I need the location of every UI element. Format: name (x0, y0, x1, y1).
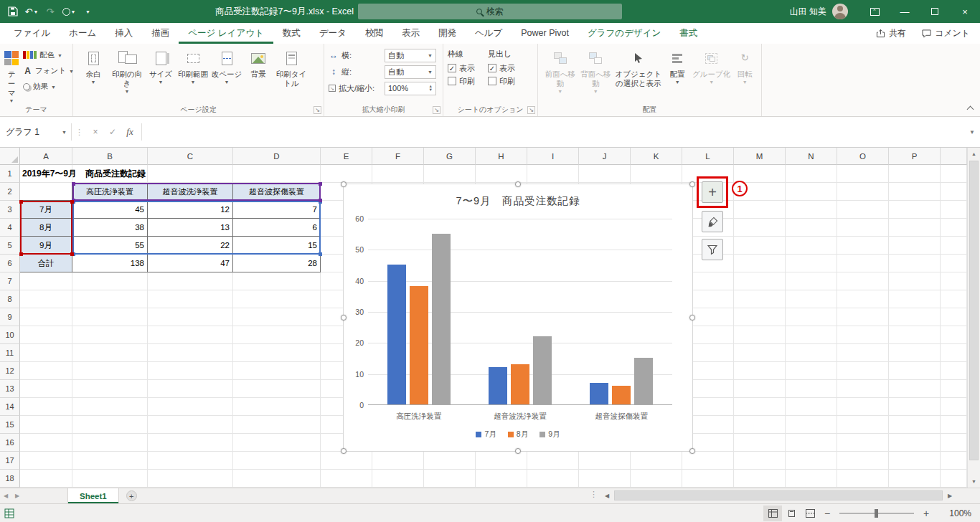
resize-handle[interactable] (689, 181, 695, 187)
headings-view-option[interactable]: ✓表示 (488, 62, 528, 74)
send-backward-button[interactable]: 背面へ移動▼ (578, 47, 614, 95)
width-dropdown[interactable]: 自動▼ (385, 49, 436, 62)
insert-function-button[interactable]: fx (121, 123, 138, 141)
cell-value[interactable]: 6 (233, 219, 321, 237)
worksheet[interactable]: 7〜9月 商品受注数記録 0102030405060高圧洗浄装置超音波洗浄装置超… (0, 148, 967, 488)
cell-rowlabel-8月[interactable]: 8月 (20, 219, 72, 237)
row-header-12[interactable]: 12 (0, 362, 20, 380)
sheet-nav-left-icon[interactable]: ◀ (0, 493, 11, 499)
cell-value[interactable]: 7 (233, 201, 321, 219)
sheet-tab-active[interactable]: Sheet1 (67, 488, 119, 503)
resize-handle[interactable] (341, 448, 347, 454)
resize-handle[interactable] (515, 448, 521, 454)
row-header-13[interactable]: 13 (0, 380, 20, 398)
cell-value[interactable]: 38 (72, 219, 148, 237)
row-header-16[interactable]: 16 (0, 434, 20, 452)
bar-9月-超音波洗浄装置[interactable] (533, 336, 552, 404)
scroll-down-icon[interactable]: ▼ (968, 475, 980, 488)
row-header-7[interactable]: 7 (0, 272, 20, 290)
maximize-button[interactable] (920, 0, 950, 23)
row-header-3[interactable]: 3 (0, 201, 20, 219)
ribbon-tab-開発[interactable]: 開発 (429, 23, 466, 44)
zoom-slider-thumb[interactable] (875, 509, 878, 518)
save-button[interactable] (4, 2, 22, 21)
row-header-6[interactable]: 6 (0, 255, 20, 272)
ribbon-tab-ホーム[interactable]: ホーム (60, 23, 105, 44)
ribbon-tab-挿入[interactable]: 挿入 (105, 23, 142, 44)
column-header-M[interactable]: M (734, 148, 786, 165)
new-sheet-button[interactable]: + (126, 490, 137, 501)
ribbon-tab-表示[interactable]: 表示 (392, 23, 429, 44)
cell-value[interactable]: 15 (233, 237, 321, 255)
formula-input[interactable] (141, 123, 964, 141)
ribbon-tab-数式[interactable]: 数式 (273, 23, 310, 44)
group-button[interactable]: グループ化▼ (692, 47, 731, 86)
cell-value[interactable]: 13 (148, 219, 233, 237)
zoom-level[interactable]: 100% (941, 508, 971, 518)
formula-bar-splitter[interactable]: ⋮ (72, 128, 87, 137)
print-area-button[interactable]: 印刷範囲▼ (176, 47, 209, 86)
cell-value[interactable]: 47 (148, 255, 233, 272)
selection-pane-button[interactable]: オブジェクトの選択と表示 (613, 47, 663, 88)
row-header-1[interactable]: 1 (0, 165, 20, 183)
dialog-launcher-icon[interactable]: ↘ (433, 106, 440, 114)
sheet-nav-right-icon[interactable]: ▶ (11, 493, 23, 499)
enter-button[interactable]: ✓ (104, 123, 121, 141)
horizontal-scroll-thumb[interactable] (614, 490, 943, 500)
ribbon-tab-書式[interactable]: 書式 (670, 23, 707, 44)
column-header-I[interactable]: I (527, 148, 579, 165)
size-button[interactable]: サイズ▼ (145, 47, 176, 86)
cell-A2[interactable] (20, 183, 72, 201)
bar-8月-超音波探傷装置[interactable] (612, 386, 631, 404)
theme-fonts-button[interactable]: Aフォント▼ (21, 63, 76, 78)
align-button[interactable]: 配置▼ (663, 47, 692, 86)
cell-value[interactable]: 22 (148, 237, 233, 255)
scroll-right-icon[interactable]: ▶ (944, 490, 956, 501)
chart[interactable]: 7〜9月 商品受注数記録 0102030405060高圧洗浄装置超音波洗浄装置超… (343, 184, 693, 452)
legend-item-8月[interactable]: 8月 (508, 430, 528, 440)
background-button[interactable]: 背景 (244, 47, 273, 79)
chart-filters-button[interactable] (702, 239, 723, 260)
row-header-2[interactable]: 2 (0, 183, 20, 201)
row-header-11[interactable]: 11 (0, 344, 20, 362)
bar-9月-超音波探傷装置[interactable] (634, 358, 653, 404)
chart-title[interactable]: 7〜9月 商品受注数記録 (344, 194, 692, 208)
column-header-G[interactable]: G (424, 148, 476, 165)
comments-button[interactable]: コメント (922, 27, 970, 39)
tab-scrollbar-splitter[interactable]: ⋮ (590, 490, 598, 499)
resize-handle[interactable] (341, 181, 347, 187)
ribbon-tab-ヘルプ[interactable]: ヘルプ (466, 23, 512, 44)
vertical-scroll-thumb[interactable] (969, 161, 979, 460)
chart-plot-area[interactable]: 0102030405060高圧洗浄装置超音波洗浄装置超音波探傷装置 (368, 219, 672, 405)
column-header-F[interactable]: F (372, 148, 424, 165)
normal-view-button[interactable] (763, 506, 782, 521)
share-button[interactable]: 共有 (876, 27, 906, 39)
zoom-out-button[interactable]: − (819, 508, 835, 519)
headings-print-option[interactable]: 印刷 (488, 75, 528, 87)
gridlines-print-option[interactable]: 印刷 (448, 75, 488, 87)
bar-7月-超音波洗浄装置[interactable] (489, 367, 507, 404)
legend-item-9月[interactable]: 9月 (540, 430, 560, 440)
resize-handle[interactable] (341, 315, 347, 321)
cell-rowlabel-7月[interactable]: 7月 (20, 201, 72, 219)
minimize-button[interactable]: — (890, 0, 920, 23)
row-header-4[interactable]: 4 (0, 219, 20, 237)
page-break-preview-button[interactable] (801, 506, 819, 521)
print-titles-button[interactable]: 印刷タイトル (273, 47, 310, 88)
cell-value[interactable]: 28 (233, 255, 321, 272)
resize-handle[interactable] (515, 181, 521, 187)
bring-forward-button[interactable]: 前面へ移動▼ (542, 47, 578, 95)
theme-effects-button[interactable]: 効果▼ (21, 79, 76, 94)
column-header-D[interactable]: D (233, 148, 321, 165)
theme-colors-button[interactable]: 配色▼ (21, 47, 76, 62)
column-header-N[interactable]: N (786, 148, 837, 165)
dialog-launcher-icon[interactable]: ↘ (527, 106, 535, 114)
scale-spinner[interactable]: 100%▲▼ (385, 82, 436, 95)
cell-rowlabel-9月[interactable]: 9月 (20, 237, 72, 255)
cell-header-超音波探傷装置[interactable]: 超音波探傷装置 (233, 183, 321, 201)
ribbon-tab-Power Pivot[interactable]: Power Pivot (512, 23, 578, 44)
name-box[interactable]: グラフ 1 ▼ (1, 123, 72, 141)
bar-7月-超音波探傷装置[interactable] (590, 383, 608, 404)
rotate-button[interactable]: ↻ 回転▼ (731, 47, 758, 86)
resize-handle[interactable] (689, 448, 695, 454)
